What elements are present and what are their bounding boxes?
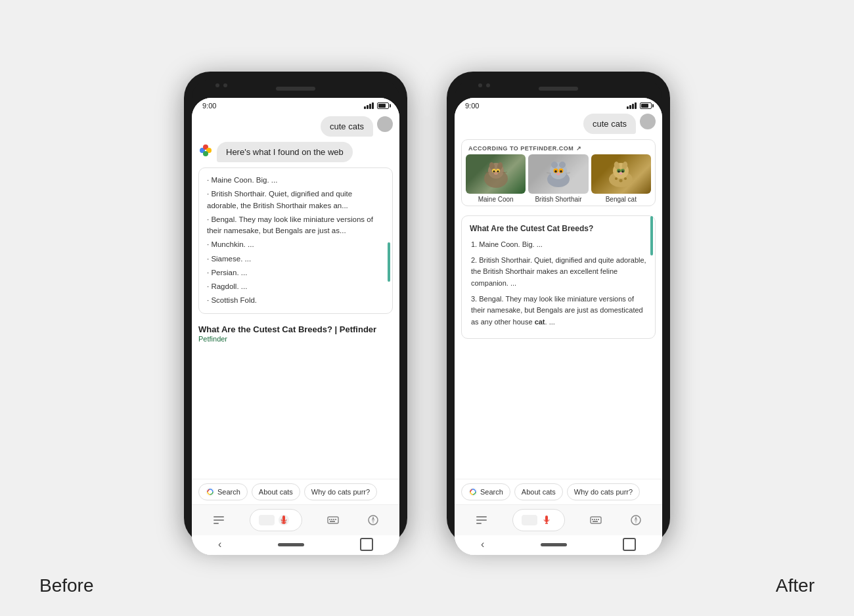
petfinder-header-after: ACCORDING TO PETFINDER.COM ↗ [462, 140, 655, 154]
svg-point-52 [619, 172, 623, 175]
signal-bar-3 [369, 104, 371, 109]
nav-back-after[interactable]: ‹ [481, 539, 484, 550]
cat-maine-coon: Maine Coon [466, 154, 526, 203]
svg-rect-65 [592, 519, 593, 520]
article-section-before: What Are the Cutest Cat Breeds? | Petfin… [198, 319, 393, 345]
suggestion-about-label-after: About cats [522, 488, 556, 496]
svg-rect-15 [331, 519, 332, 520]
nav-bar-after: ‹ [455, 535, 662, 555]
cat-bengal: Bengal cat [591, 154, 651, 203]
svg-point-40 [560, 170, 562, 173]
svg-rect-58 [476, 519, 487, 521]
signal-bar-a2 [629, 105, 631, 109]
after-num-0: 1. [471, 240, 477, 248]
bottom-toolbar-after [455, 504, 662, 535]
signal-icon-before [364, 102, 374, 109]
after-list-item-2: 3. Bengal. They may look like miniature … [470, 294, 647, 328]
camera-area [215, 83, 227, 87]
input-area-after[interactable] [512, 509, 565, 531]
suggestions-bar-before: Search About cats Why do cats purr? [192, 479, 399, 504]
scroll-indicator-after [650, 216, 653, 255]
after-label: After [776, 575, 815, 596]
phone-notch-area-after [455, 79, 662, 98]
suggestion-about-label-before: About cats [259, 488, 293, 496]
keyboard-icon-after[interactable] [587, 511, 605, 529]
battery-icon-before [377, 102, 389, 109]
signal-icon-after [627, 102, 637, 109]
svg-point-54 [619, 179, 623, 183]
status-time-before: 9:00 [202, 102, 216, 110]
compass-icon-before[interactable] [364, 511, 382, 529]
after-list-item-1: 2. British Shorthair. Quiet, dignified a… [470, 255, 647, 290]
svg-rect-57 [476, 516, 487, 517]
suggestion-about-after[interactable]: About cats [514, 483, 563, 500]
bengal-label: Bengal cat [606, 196, 637, 203]
nav-home-before[interactable] [278, 543, 304, 546]
svg-rect-69 [593, 521, 598, 522]
after-card-title: What Are the Cutest Cat Breeds? [470, 223, 647, 235]
british-shorthair-svg [542, 158, 575, 190]
after-text-0: Maine Coon. Big. ... [479, 240, 543, 248]
status-time-after: 9:00 [465, 102, 479, 110]
menu-icon-before[interactable] [210, 511, 228, 529]
compass-icon-after[interactable] [627, 511, 645, 529]
svg-rect-6 [214, 519, 224, 521]
status-bar-after: 9:00 [455, 98, 662, 111]
signal-bar-a4 [635, 102, 637, 109]
svg-point-28 [493, 171, 495, 173]
phone-before: 9:00 [184, 72, 407, 544]
maine-coon-label: Maine Coon [478, 196, 514, 203]
phone-screen-after: 9:00 [455, 98, 662, 555]
list-item-6: · Ragdoll. ... [207, 281, 384, 292]
user-bubble-before: cute cats [321, 116, 373, 137]
input-area-before[interactable] [250, 509, 302, 531]
user-avatar-after [640, 114, 656, 129]
svg-rect-8 [259, 515, 275, 525]
phone-screen-before: 9:00 [192, 98, 399, 555]
keyboard-svg-after [589, 514, 602, 527]
after-list-item-0: 1. Maine Coon. Big. ... [470, 239, 647, 251]
nav-back-before[interactable]: ‹ [218, 539, 221, 550]
keyboard-icon-before[interactable] [324, 511, 342, 529]
suggestion-search-before[interactable]: Search [198, 483, 248, 500]
after-num-1: 2. [471, 256, 477, 264]
suggestion-about-before[interactable]: About cats [252, 483, 300, 500]
svg-rect-64 [591, 517, 601, 523]
nav-recents-before[interactable] [360, 538, 373, 551]
svg-point-39 [554, 170, 557, 173]
suggestion-search-label-after: Search [480, 488, 503, 496]
signal-bar-4 [372, 102, 374, 109]
after-text-2: Bengal. They may look like miniature ver… [471, 295, 643, 326]
suggestion-why-after[interactable]: Why do cats purr? [567, 483, 640, 500]
input-svg-before [256, 512, 296, 528]
phone-after: 9:00 [447, 72, 670, 544]
menu-icon-after[interactable] [472, 511, 491, 529]
svg-point-50 [618, 171, 620, 173]
chat-area-after[interactable]: cute cats ACCORDING TO PETFINDER.COM ↗ [455, 111, 662, 479]
external-link-icon: ↗ [576, 145, 582, 152]
camera-dot-1 [215, 83, 219, 87]
nav-bar-before: ‹ [192, 535, 399, 555]
bengal-svg [604, 158, 637, 190]
battery-fill [378, 104, 386, 108]
svg-point-55 [624, 177, 627, 180]
screen-before: 9:00 [192, 98, 399, 555]
list-item-0: · Maine Coon. Big. ... [207, 175, 384, 186]
after-text-1: British Shorthair. Quiet, dignified and … [471, 256, 646, 287]
user-message-row-before: cute cats [198, 116, 393, 137]
suggestion-search-after[interactable]: Search [461, 483, 510, 500]
svg-rect-60 [522, 515, 537, 525]
list-item-4: · Siamese. ... [207, 253, 384, 265]
nav-home-after[interactable] [541, 543, 567, 546]
petfinder-card-after: ACCORDING TO PETFINDER.COM ↗ [461, 139, 656, 206]
suggestion-why-label-before: Why do cats purr? [311, 488, 370, 496]
status-icons-after [627, 102, 652, 109]
svg-rect-13 [328, 517, 338, 523]
maine-coon-svg [480, 158, 512, 190]
chat-area-before[interactable]: cute cats Here's what I found on the web [192, 111, 399, 479]
svg-point-41 [556, 173, 560, 175]
nav-recents-after[interactable] [623, 538, 636, 551]
status-bar-before: 9:00 [192, 98, 399, 111]
screen-after: 9:00 [455, 98, 662, 555]
suggestion-why-before[interactable]: Why do cats purr? [304, 483, 377, 500]
